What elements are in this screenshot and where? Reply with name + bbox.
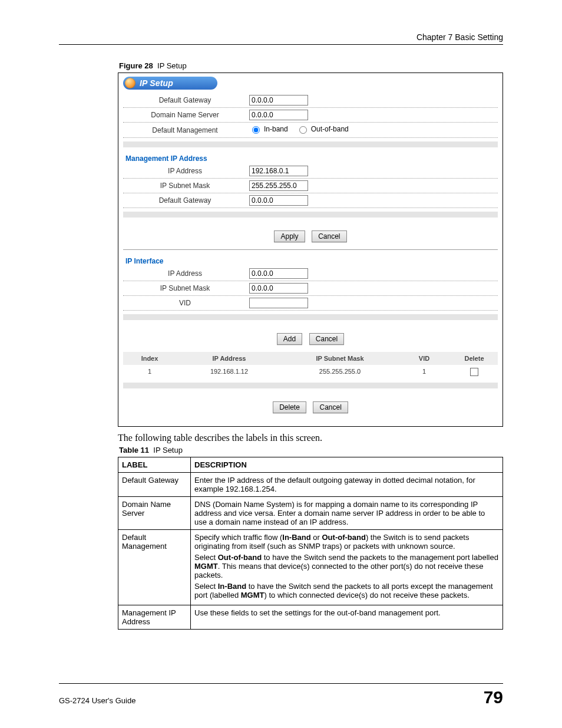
iface-vid-label: VID <box>123 299 247 307</box>
th-desc: DESCRIPTION <box>191 457 503 473</box>
iface-ip-label: IP Address <box>123 269 247 278</box>
mgmt-gw-input[interactable] <box>249 195 308 206</box>
inband-radio-label: In-band <box>264 125 288 133</box>
td-label: Default Management <box>118 530 191 605</box>
iface-vid-input[interactable] <box>249 298 308 308</box>
mgmt-ip-label: IP Address <box>123 167 247 175</box>
td-label: Default Gateway <box>118 473 191 497</box>
cancel-button-1[interactable]: Cancel <box>312 230 346 242</box>
page-number: 79 <box>484 687 503 707</box>
mgmt-mask-label: IP Subnet Mask <box>123 182 247 190</box>
cell-vid: 1 <box>398 368 451 376</box>
col-index: Index <box>123 355 176 362</box>
dns-label: Domain Name Server <box>123 111 247 119</box>
page-footer: GS-2724 User's Guide 79 <box>59 683 503 707</box>
cancel-button-2[interactable]: Cancel <box>309 333 344 345</box>
td-desc: Specify which traffic flow (In-Band or O… <box>191 530 503 605</box>
mgmt-ip-input[interactable] <box>249 166 308 176</box>
ip-interface-title: IP Interface <box>123 253 498 266</box>
iface-mask-input[interactable] <box>249 283 308 294</box>
divider-bar <box>123 141 498 147</box>
iface-table-header: Index IP Address IP Subnet Mask VID Dele… <box>123 352 498 365</box>
td-label: Domain Name Server <box>118 497 191 530</box>
orb-icon <box>125 78 135 88</box>
cell-index: 1 <box>123 368 176 376</box>
outband-radio-label: Out-of-band <box>311 125 349 133</box>
col-ip: IP Address <box>176 355 282 362</box>
cell-ip: 192.168.1.12 <box>176 368 282 376</box>
td-desc: Use these fields to set the settings for… <box>191 605 503 630</box>
th-label: LABEL <box>118 457 191 473</box>
col-vid: VID <box>398 355 451 362</box>
col-delete: Delete <box>451 355 498 362</box>
default-gateway-label: Default Gateway <box>123 96 247 104</box>
table-caption: Table 11 IP Setup <box>119 446 503 454</box>
divider-bar <box>123 212 498 218</box>
cell-mask: 255.255.255.0 <box>282 368 398 376</box>
divider-bar <box>123 383 498 388</box>
description-table: LABEL DESCRIPTION Default Gateway Enter … <box>118 457 503 630</box>
chapter-header: Chapter 7 Basic Setting <box>59 32 503 45</box>
ip-setup-screenshot: IP Setup Default Gateway Domain Name Ser… <box>118 73 503 427</box>
mgmt-ip-title: Management IP Address <box>123 151 498 164</box>
col-mask: IP Subnet Mask <box>282 355 398 362</box>
delete-button[interactable]: Delete <box>273 401 306 413</box>
mgmt-gw-label: Default Gateway <box>123 196 247 205</box>
add-button[interactable]: Add <box>277 333 302 345</box>
default-mgmt-label: Default Management <box>123 126 247 134</box>
figure-title: IP Setup <box>157 61 187 70</box>
cancel-button-3[interactable]: Cancel <box>313 401 348 413</box>
td-label: Management IP Address <box>118 605 191 630</box>
td-desc: DNS (Domain Name System) is for mapping … <box>191 497 503 530</box>
td-desc: Enter the IP address of the default outg… <box>191 473 503 497</box>
default-gateway-input[interactable] <box>249 95 308 106</box>
divider-bar <box>123 314 498 320</box>
panel-title-pill: IP Setup <box>123 77 217 90</box>
table-row: 1 192.168.1.12 255.255.255.0 1 <box>123 365 498 379</box>
iface-mask-label: IP Subnet Mask <box>123 284 247 292</box>
mgmt-mask-input[interactable] <box>249 180 308 191</box>
inband-radio[interactable] <box>252 126 260 134</box>
panel-title: IP Setup <box>140 78 173 88</box>
footer-guide: GS-2724 User's Guide <box>59 696 135 705</box>
dns-input[interactable] <box>249 110 308 120</box>
iface-ip-input[interactable] <box>249 268 308 279</box>
table-caption-title: IP Setup <box>153 446 183 454</box>
row-delete-checkbox[interactable] <box>470 368 478 376</box>
outband-radio[interactable] <box>299 126 307 134</box>
body-text: The following table describes the labels… <box>118 433 503 443</box>
table-caption-label: Table 11 <box>119 446 149 454</box>
apply-button[interactable]: Apply <box>274 230 305 242</box>
figure-label: Figure 28 <box>119 61 153 70</box>
figure-caption: Figure 28 IP Setup <box>119 61 503 70</box>
